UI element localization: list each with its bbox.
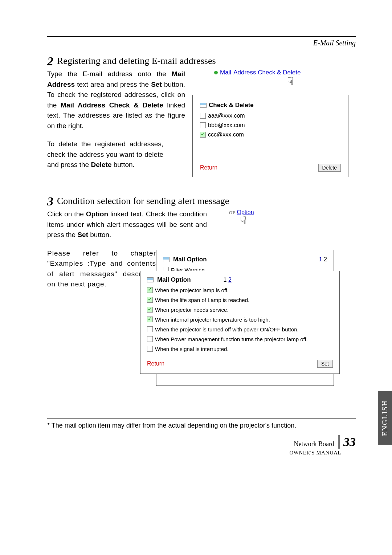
checkbox[interactable] (147, 346, 153, 352)
checkbox[interactable] (147, 336, 153, 342)
option-row[interactable]: When Power management function turns the… (147, 336, 333, 342)
op-icon: OP (229, 210, 235, 216)
text: text area and press the (75, 81, 151, 88)
step2-para2: To delete the registered addresses, chec… (47, 139, 163, 170)
pointer-cursor-icon: ☟ (240, 214, 246, 227)
option-row[interactable]: When internal projector temperature is t… (147, 317, 333, 323)
step3-para2: Please refer to chapter "Examples :Type … (47, 248, 156, 290)
pointer-cursor-icon: ☟ (229, 75, 352, 87)
section-label: E-Mail Setting (47, 39, 356, 47)
checkbox-checked[interactable] (200, 132, 206, 138)
header-rule (47, 36, 356, 37)
page-number: 33 (338, 435, 356, 449)
checkbox[interactable] (200, 122, 206, 128)
pager: 1 2 (224, 277, 232, 283)
step2-title: Registering and deleting E-mail addresse… (57, 55, 216, 66)
footer-network-board: Network Board (294, 440, 334, 448)
checkbox-checked[interactable] (147, 307, 153, 313)
footnote-rule (47, 419, 356, 419)
option-label: When the life span of Lamp is reached. (155, 297, 249, 303)
checkbox-checked[interactable] (147, 287, 153, 293)
pager-link[interactable]: 1 (224, 277, 227, 283)
window-header: Mail Option 1 2 (163, 256, 327, 263)
window-icon (163, 257, 170, 262)
checkbox-checked[interactable] (147, 297, 153, 303)
step2-para1: Type the E-mail address onto the Mail Ad… (47, 69, 185, 131)
address-text: bbb@xxx.com (208, 122, 245, 128)
option-label: When the projector is turned off with po… (155, 326, 299, 332)
text: Type the E-mail address onto the (47, 70, 172, 78)
delete-button[interactable]: Delete (318, 164, 341, 172)
window-header: Mail Option 1 2 (147, 276, 333, 283)
pager: 1 2 (319, 256, 327, 263)
option-row[interactable]: When the life span of Lamp is reached. (147, 297, 333, 303)
check-delete-window: Check & Delete aaa@xxx.com bbb@xxx.com c… (192, 95, 348, 177)
address-row[interactable]: aaa@xxx.com (200, 113, 341, 119)
option-label: When the projector lamp is off. (155, 287, 229, 293)
pager-link[interactable]: 2 (324, 256, 327, 262)
step3-header: 3 Condition selection for sending alert … (47, 195, 356, 208)
step3-number: 3 (47, 195, 53, 208)
text-bold: Mail Address Check & Delete (61, 101, 163, 109)
mail-option-window-page2: Mail Option 1 2 When the projector lamp … (140, 271, 340, 374)
checkbox-checked[interactable] (147, 317, 153, 322)
option-label: When projector needs service. (155, 307, 229, 313)
option-row[interactable]: When the projector is turned off with po… (147, 326, 333, 332)
text-bold: Option (86, 210, 108, 218)
checkbox[interactable] (147, 326, 153, 332)
option-label: When the signal is interrupted. (155, 346, 229, 352)
option-label: When Power management function turns the… (155, 336, 308, 342)
text-bold: Set (77, 231, 88, 238)
link-text: Mail (220, 69, 231, 76)
set-button[interactable]: Set (317, 360, 333, 368)
address-text: ccc@xxx.com (208, 131, 244, 138)
bullet-icon (214, 71, 218, 74)
return-link[interactable]: Return (147, 360, 164, 367)
step3-para1: Click on the Option linked text. Check t… (47, 209, 207, 240)
step2-header: 2 Registering and deleting E-mail addres… (47, 55, 356, 68)
window-icon (147, 277, 154, 282)
page-footer: Network Board 33 OWNER'S MANUAL (47, 435, 356, 456)
window-title-text: Check & Delete (209, 102, 254, 109)
step3-title: Condition selection for sending alert me… (57, 195, 229, 207)
divider (199, 160, 342, 160)
footer-owners-manual: OWNER'S MANUAL (47, 450, 341, 456)
footnote: * The mail option item may differ from t… (47, 422, 356, 429)
window-icon (200, 103, 207, 108)
option-label: When internal projector temperature is t… (155, 317, 270, 323)
window-title-text: Mail Option (157, 276, 191, 283)
option-row[interactable]: When the signal is interrupted. (147, 346, 333, 352)
pager-current[interactable]: 2 (228, 277, 232, 283)
address-text: aaa@xxx.com (208, 113, 245, 119)
text: button. (111, 161, 134, 168)
text: Click on the (47, 210, 86, 218)
language-tab: ENGLISH (378, 391, 392, 445)
text: button. (88, 231, 111, 238)
window-title: Check & Delete (200, 102, 341, 109)
text-bold: Delete (91, 161, 111, 168)
address-row[interactable]: bbb@xxx.com (200, 122, 341, 128)
checkbox[interactable] (200, 113, 206, 119)
option-row[interactable]: When the projector lamp is off. (147, 287, 333, 293)
text-bold: Set (151, 81, 162, 88)
address-row[interactable]: ccc@xxx.com (200, 131, 341, 138)
step2-number: 2 (47, 55, 53, 68)
return-link[interactable]: Return (200, 164, 217, 171)
option-row[interactable]: When projector needs service. (147, 307, 333, 313)
pager-current[interactable]: 1 (319, 256, 322, 262)
window-title-text: Mail Option (173, 256, 207, 263)
address-list: aaa@xxx.com bbb@xxx.com ccc@xxx.com (200, 113, 341, 138)
divider (146, 356, 334, 356)
